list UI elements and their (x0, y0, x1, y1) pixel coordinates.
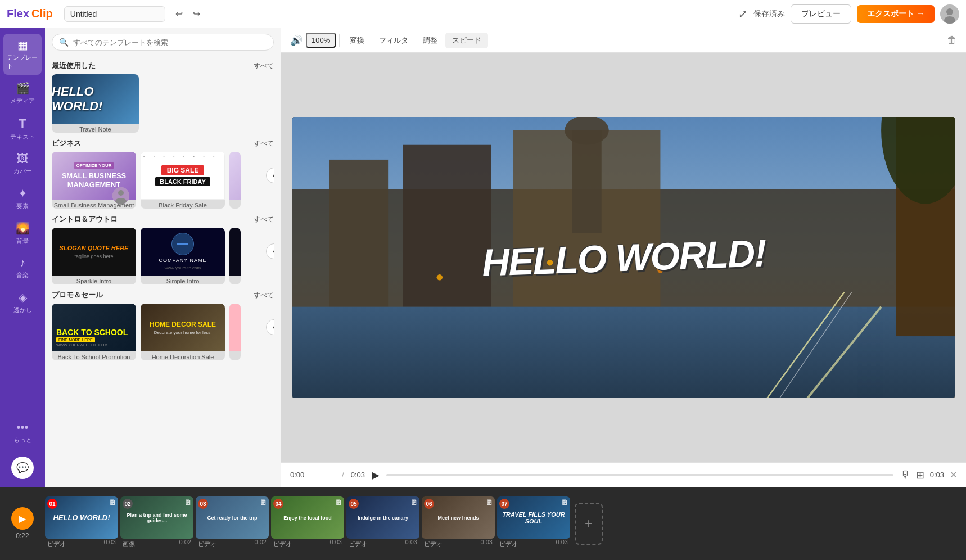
sidebar-item-elements[interactable]: ✦ 要素 (3, 182, 42, 215)
clip-type-01: ビデオ (47, 540, 66, 548)
video-close-button[interactable]: ✕ (950, 469, 957, 480)
logo-flex: Flex (7, 7, 29, 20)
promo-title: プロモ＆セール (52, 290, 103, 300)
svg-rect-8 (329, 160, 388, 307)
text-icon: T (19, 116, 26, 131)
timeline-clip-04[interactable]: 04 🖹 Enjoy the local food ビデオ 0:03 (271, 496, 344, 550)
filter-button[interactable]: フィルタ (372, 33, 415, 48)
clip-thumb-03: 03 🖹 Get ready for the trip (196, 496, 269, 539)
section-scroll-arrow-promo[interactable]: ‹ (266, 319, 274, 335)
delete-button[interactable]: 🗑 (947, 34, 957, 46)
title-input[interactable] (64, 6, 165, 22)
timeline-clip-05[interactable]: 05 🖹 Indulge in the canary ビデオ 0:03 (346, 496, 419, 550)
promo-section-header: プロモ＆セール すべて (52, 284, 274, 304)
sidebar-item-media[interactable]: 🎬 メディア (3, 77, 42, 110)
microphone-icon[interactable]: 🎙 (900, 469, 910, 481)
svg-rect-9 (403, 145, 491, 307)
timeline-clip-02[interactable]: 02 🖹 Plan a trip and find some guides...… (120, 496, 193, 550)
sidebar-item-bg[interactable]: 🌄 背景 (3, 217, 42, 250)
cover-icon: 🖼 (17, 152, 28, 165)
clip-info-03: ビデオ 0:02 (196, 539, 269, 548)
volume-button[interactable]: 🔊 (290, 34, 303, 47)
media-icon: 🎬 (16, 82, 30, 95)
speed-button[interactable]: スピード (445, 33, 488, 48)
timeline-clip-03[interactable]: 03 🖹 Get ready for the trip ビデオ 0:02 (196, 496, 269, 550)
template-card-inte[interactable] (229, 152, 241, 209)
timeline-time: 0:22 (16, 532, 29, 540)
clip-dur-06: 0:03 (481, 539, 493, 548)
topbar: FlexClip ↩ ↪ ⤢ 保存済み プレビュー エクスポート → (0, 0, 966, 28)
promo-row: BACK TO SCHOOL FIND MORE HERE WWW.YOURWE… (52, 304, 274, 360)
template-panel: 🔍 最近使用した すべて HELLO WORLD! Travel Note (45, 28, 281, 487)
time-separator: / (342, 471, 344, 479)
undo-button[interactable]: ↩ (172, 6, 186, 21)
clip-doc-icon-07: 🖹 (561, 499, 568, 507)
template-label-back-to-school: Back To School Promotion (52, 354, 136, 360)
template-card-travel[interactable]: HELLO WORLD! Travel Note (52, 74, 139, 133)
search-input[interactable] (73, 38, 267, 47)
clip-doc-icon-05: 🖹 (410, 499, 417, 507)
clip-dur-02: 0:02 (179, 539, 191, 548)
save-button[interactable]: 保存済み (753, 9, 785, 19)
progress-bar[interactable] (386, 474, 893, 476)
duration-label: 0:03 (930, 471, 944, 479)
template-card-simple[interactable]: COMPANY NAME www.yoursite.com Simple Int… (141, 228, 225, 284)
sidebar-item-music[interactable]: ♪ 音楽 (3, 252, 42, 284)
clip-type-07: ビデオ (499, 540, 518, 548)
template-label-sparkle: Sparkle Intro (52, 278, 136, 284)
timeline-clip-07[interactable]: 07 🖹 TRAVEL FILLS YOUR SOUL ビデオ 0:03 (497, 496, 570, 550)
timeline-clip-01[interactable]: 01 🖹 HELLO WORLD! ビデオ 0:03 (45, 496, 118, 550)
play-button[interactable]: ▶ (372, 469, 380, 481)
business-all[interactable]: すべて (254, 139, 274, 148)
volume-percent[interactable]: 100% (306, 33, 336, 48)
sidebar-item-watermark[interactable]: ◈ 透かし (3, 286, 42, 319)
clip-info-02: 画像 0:02 (120, 539, 193, 548)
template-card-dyn[interactable] (229, 228, 241, 284)
clip-info-06: ビデオ 0:03 (422, 539, 495, 548)
export-button[interactable]: エクスポート → (857, 5, 935, 23)
avatar[interactable] (940, 4, 959, 24)
chat-button[interactable]: 💬 (11, 457, 34, 479)
sidebar-item-cover[interactable]: 🖼 カバー (3, 148, 42, 180)
crop-icon[interactable]: ⊞ (916, 469, 924, 481)
template-card-small-biz[interactable]: Optimize Your SMALL BUSINESSMANAGEMENT S… (52, 152, 136, 209)
clip-info-05: ビデオ 0:03 (346, 539, 419, 548)
sidebar-item-template[interactable]: ▦ テンプレート (3, 34, 42, 75)
add-clip-button[interactable]: + (575, 503, 603, 545)
template-card-back-to-school[interactable]: BACK TO SCHOOL FIND MORE HERE WWW.YOURWE… (52, 304, 136, 360)
svg-rect-12 (572, 130, 601, 233)
template-label-simple: Simple Intro (141, 278, 225, 284)
sidebar-item-more[interactable]: ••• もっと (3, 417, 42, 449)
adjust-button[interactable]: 調整 (416, 33, 444, 48)
recent-all[interactable]: すべて (254, 61, 274, 71)
topbar-right: ⤢ 保存済み プレビュー エクスポート → (738, 4, 959, 24)
business-row: Optimize Your SMALL BUSINESSMANAGEMENT S… (52, 152, 274, 209)
fullscreen-button[interactable]: ⤢ (738, 7, 748, 21)
video-controls: 0:00 / 0:03 ▶ 🎙 ⊞ 0:03 ✕ (281, 462, 966, 487)
intro-all[interactable]: すべて (254, 215, 274, 224)
section-scroll-arrow-intro[interactable]: ‹ (266, 243, 274, 259)
template-card-home-deco[interactable]: HOME DECOR SALE Decorate your home for l… (141, 304, 225, 360)
clip-num-07: 07 (499, 499, 509, 509)
template-card-sta[interactable] (229, 304, 241, 360)
promo-all[interactable]: すべて (254, 291, 274, 300)
clip-thumb-06: 06 🖹 Meet new friends (422, 496, 495, 539)
svg-point-19 (437, 274, 443, 280)
sidebar-item-more-label: もっと (13, 436, 32, 444)
clip-info-07: ビデオ 0:03 (497, 539, 570, 548)
section-scroll-arrow-business[interactable]: ‹ (266, 168, 274, 183)
template-card-sparkle[interactable]: SLOGAN QUOTE HERE tagline goes here Spar… (52, 228, 136, 284)
timeline-play-button[interactable]: ▶ (11, 507, 34, 530)
video-controls-right: 🎙 ⊞ 0:03 ✕ (900, 469, 957, 481)
sidebar-item-text[interactable]: T テキスト (3, 112, 42, 146)
timeline-clip-06[interactable]: 06 🖹 Meet new friends ビデオ 0:03 (422, 496, 495, 550)
convert-button[interactable]: 変換 (343, 33, 371, 48)
timeline-play-control: ▶ 0:22 (6, 507, 39, 540)
clip-type-05: ビデオ (349, 540, 367, 548)
redo-button[interactable]: ↪ (189, 6, 204, 21)
template-card-black-friday[interactable]: •••••••• BIG SALE BLACK FRIDAY Black Fri… (141, 152, 225, 209)
template-icon: ▦ (17, 38, 28, 52)
sidebar-item-music-label: 音楽 (16, 271, 29, 279)
preview-button[interactable]: プレビュー (791, 4, 851, 24)
music-icon: ♪ (20, 256, 25, 269)
